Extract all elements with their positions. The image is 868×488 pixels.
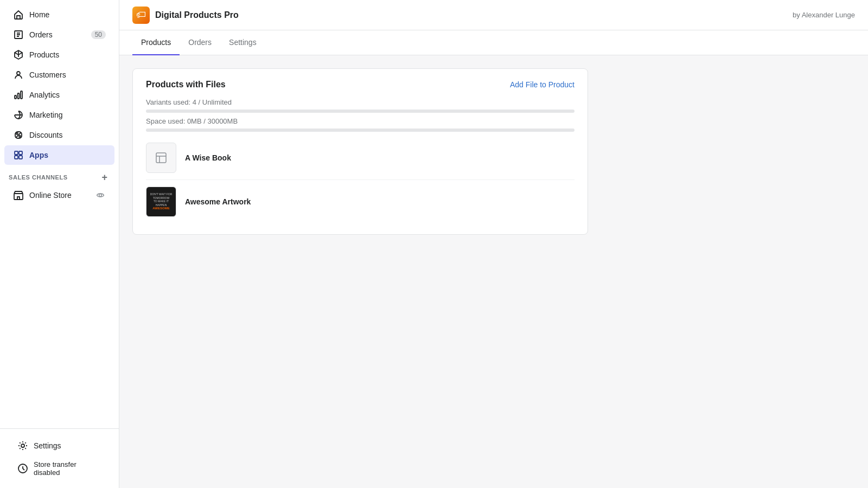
app-header-left: 🏷 Digital Products Pro xyxy=(132,7,239,24)
svg-point-5 xyxy=(16,133,18,134)
add-file-button[interactable]: Add File to Product xyxy=(510,80,575,89)
svg-rect-4 xyxy=(21,91,22,99)
variants-progress-bar xyxy=(146,110,575,113)
settings-icon xyxy=(17,440,28,451)
sidebar-item-store-transfer-label: Store transfer disabled xyxy=(34,460,101,477)
svg-point-12 xyxy=(99,194,102,197)
analytics-icon xyxy=(13,89,24,100)
tab-orders[interactable]: Orders xyxy=(180,30,220,55)
sidebar-navigation: Home Orders 50 Products Customers xyxy=(0,0,119,428)
main-content: 🏷 Digital Products Pro by Alexander Lung… xyxy=(119,0,868,488)
app-tabs: Products Orders Settings xyxy=(119,30,868,55)
svg-rect-8 xyxy=(19,151,22,155)
tab-settings[interactable]: Settings xyxy=(220,30,265,55)
customers-icon xyxy=(13,69,24,80)
sidebar-item-analytics-label: Analytics xyxy=(29,91,60,99)
variants-used: Variants used: 4 / Unlimited xyxy=(146,98,575,106)
svg-rect-15 xyxy=(156,153,166,163)
sidebar: Home Orders 50 Products Customers xyxy=(0,0,119,488)
app-icon: 🏷 xyxy=(132,7,150,24)
sidebar-item-discounts-label: Discounts xyxy=(29,131,62,139)
product-row-wise-book[interactable]: A Wise Book xyxy=(146,136,575,180)
space-progress-bar xyxy=(146,129,575,132)
tab-products[interactable]: Products xyxy=(132,30,180,55)
sidebar-item-online-store[interactable]: Online Store xyxy=(4,185,114,205)
sidebar-item-home[interactable]: Home xyxy=(4,5,114,24)
svg-rect-9 xyxy=(15,156,18,159)
sidebar-item-analytics[interactable]: Analytics xyxy=(4,85,114,105)
sidebar-footer: Settings Store transfer disabled xyxy=(0,428,119,488)
artwork-thumbnail-text: DON'T WAIT FOR TOMORROW TO MAKE IT HAPPE… xyxy=(146,190,176,213)
product-name-wise-book: A Wise Book xyxy=(185,153,231,162)
products-icon xyxy=(13,49,24,60)
svg-point-6 xyxy=(19,136,21,137)
sales-channels-label: SALES CHANNELS xyxy=(9,174,68,181)
products-list: A Wise Book DON'T WAIT FOR TOMORROW TO M… xyxy=(146,136,575,223)
svg-rect-7 xyxy=(15,151,18,155)
svg-rect-3 xyxy=(18,93,20,99)
svg-rect-2 xyxy=(15,95,16,99)
sidebar-item-orders-label: Orders xyxy=(29,30,53,39)
marketing-icon xyxy=(13,110,24,120)
sidebar-item-apps[interactable]: Apps xyxy=(4,145,114,165)
home-icon xyxy=(13,9,24,20)
sidebar-item-home-label: Home xyxy=(29,10,49,19)
sidebar-item-customers[interactable]: Customers xyxy=(4,65,114,85)
store-icon xyxy=(13,190,24,201)
products-card: Products with Files Add File to Product … xyxy=(132,68,588,235)
sidebar-item-products[interactable]: Products xyxy=(4,45,114,65)
sidebar-item-online-store-label: Online Store xyxy=(29,191,72,200)
svg-point-13 xyxy=(21,444,24,447)
discounts-icon xyxy=(13,130,24,140)
app-header-by: by Alexander Lunge xyxy=(793,11,855,19)
card-title: Products with Files xyxy=(146,80,226,89)
product-row-awesome-artwork[interactable]: DON'T WAIT FOR TOMORROW TO MAKE IT HAPPE… xyxy=(146,180,575,223)
svg-point-1 xyxy=(17,72,20,75)
sidebar-item-customers-label: Customers xyxy=(29,70,66,79)
product-thumb-awesome-artwork: DON'T WAIT FOR TOMORROW TO MAKE IT HAPPE… xyxy=(146,187,176,217)
app-header: 🏷 Digital Products Pro by Alexander Lung… xyxy=(119,0,868,30)
svg-rect-10 xyxy=(19,156,22,159)
space-used: Space used: 0MB / 30000MB xyxy=(146,117,575,125)
page-content: Products with Files Add File to Product … xyxy=(119,55,868,488)
sidebar-item-settings-label: Settings xyxy=(34,441,61,450)
app-title: Digital Products Pro xyxy=(155,10,239,20)
orders-badge: 50 xyxy=(91,30,106,39)
orders-icon xyxy=(13,29,24,40)
store-transfer-icon xyxy=(17,463,28,474)
sidebar-item-apps-label: Apps xyxy=(29,151,48,159)
sidebar-item-settings[interactable]: Settings xyxy=(9,436,110,455)
apps-icon xyxy=(13,150,24,160)
sidebar-item-discounts[interactable]: Discounts xyxy=(4,125,114,145)
sidebar-item-products-label: Products xyxy=(29,50,59,59)
add-sales-channel-button[interactable]: + xyxy=(99,172,110,183)
sidebar-item-orders[interactable]: Orders 50 xyxy=(4,25,114,44)
product-name-awesome-artwork: Awesome Artwork xyxy=(185,197,251,206)
card-header: Products with Files Add File to Product xyxy=(146,80,575,89)
sidebar-item-marketing[interactable]: Marketing xyxy=(4,105,114,125)
product-thumb-wise-book xyxy=(146,143,176,173)
sidebar-item-store-transfer[interactable]: Store transfer disabled xyxy=(9,456,110,481)
sidebar-item-marketing-label: Marketing xyxy=(29,111,62,119)
sales-channels-section: SALES CHANNELS + xyxy=(0,165,119,185)
online-store-visibility-icon[interactable] xyxy=(95,190,106,201)
